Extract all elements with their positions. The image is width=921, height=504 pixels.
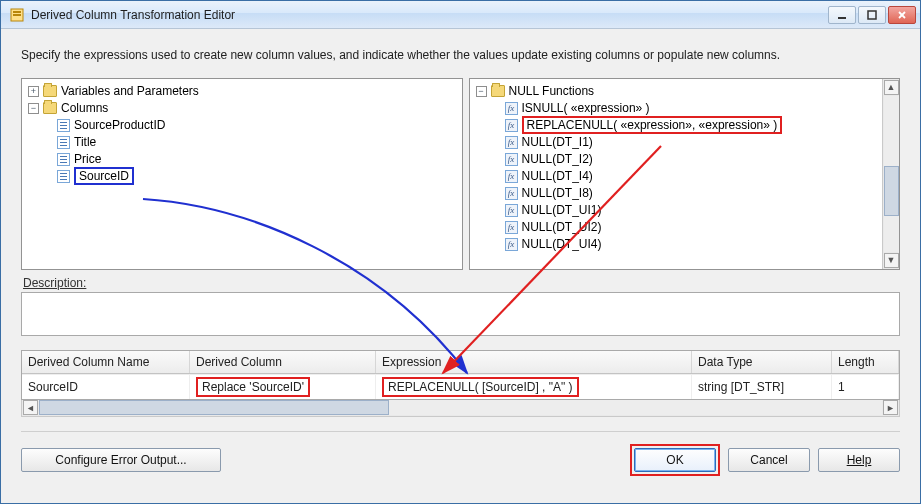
functions-tree-item[interactable]: fxNULL(DT_I2) bbox=[476, 151, 879, 168]
tree-item-label: ISNULL( «expression» ) bbox=[522, 101, 650, 115]
functions-tree-item[interactable]: fxNULL(DT_UI4) bbox=[476, 236, 879, 253]
columns-tree-item[interactable]: Title bbox=[28, 134, 458, 151]
ok-button[interactable]: OK bbox=[634, 448, 716, 472]
grid-hscrollbar[interactable]: ◄ ► bbox=[21, 400, 900, 417]
svg-rect-2 bbox=[13, 14, 21, 16]
minimize-button[interactable] bbox=[828, 6, 856, 24]
grid-header-name[interactable]: Derived Column Name bbox=[22, 351, 190, 373]
configure-error-output-button[interactable]: Configure Error Output... bbox=[21, 448, 221, 472]
expand-toggle-icon[interactable]: − bbox=[476, 86, 487, 97]
tree-item-label: Title bbox=[74, 135, 96, 149]
titlebar: Derived Column Transformation Editor bbox=[1, 1, 920, 29]
functions-tree-item[interactable]: −NULL Functions bbox=[476, 83, 879, 100]
cell-expression-value: REPLACENULL( [SourceID] , "A" ) bbox=[382, 377, 579, 397]
fx-icon: fx bbox=[505, 187, 518, 200]
columns-tree-item[interactable]: −Columns bbox=[28, 100, 458, 117]
help-button[interactable]: Help bbox=[818, 448, 900, 472]
folder-icon bbox=[43, 102, 57, 114]
cell-derived[interactable]: Replace 'SourceID' bbox=[190, 375, 376, 399]
instruction-text: Specify the expressions used to create n… bbox=[21, 47, 900, 64]
expand-toggle-icon[interactable]: + bbox=[28, 86, 39, 97]
functions-tree-panel[interactable]: −NULL FunctionsfxISNULL( «expression» )f… bbox=[469, 78, 901, 270]
svg-rect-1 bbox=[13, 11, 21, 13]
columns-tree-item[interactable]: +Variables and Parameters bbox=[28, 83, 458, 100]
functions-scrollbar[interactable]: ▲ ▼ bbox=[882, 79, 899, 269]
scroll-right-icon[interactable]: ► bbox=[883, 400, 898, 415]
columns-tree-item[interactable]: SourceID bbox=[28, 168, 458, 185]
functions-tree-item[interactable]: fxNULL(DT_UI1) bbox=[476, 202, 879, 219]
variables-columns-tree[interactable]: +Variables and Parameters−ColumnsSourceP… bbox=[21, 78, 463, 270]
tree-item-label: Variables and Parameters bbox=[61, 84, 199, 98]
svg-rect-3 bbox=[838, 17, 846, 19]
grid-header-length[interactable]: Length bbox=[832, 351, 899, 373]
tree-item-label: NULL(DT_I8) bbox=[522, 186, 593, 200]
tree-item-label: NULL(DT_UI4) bbox=[522, 237, 602, 251]
cancel-button[interactable]: Cancel bbox=[728, 448, 810, 472]
derived-column-grid[interactable]: Derived Column Name Derived Column Expre… bbox=[21, 350, 900, 400]
close-button[interactable] bbox=[888, 6, 916, 24]
tree-item-label: REPLACENULL( «expression», «expression» … bbox=[522, 116, 783, 134]
column-icon bbox=[57, 170, 70, 183]
help-button-label: Help bbox=[847, 453, 872, 467]
functions-tree-item[interactable]: fxNULL(DT_I4) bbox=[476, 168, 879, 185]
column-icon bbox=[57, 153, 70, 166]
grid-header-expression[interactable]: Expression bbox=[376, 351, 692, 373]
tree-item-label: NULL(DT_I1) bbox=[522, 135, 593, 149]
cell-derived-value: Replace 'SourceID' bbox=[196, 377, 310, 397]
scroll-thumb[interactable] bbox=[884, 166, 899, 216]
functions-tree-item[interactable]: fxISNULL( «expression» ) bbox=[476, 100, 879, 117]
column-icon bbox=[57, 119, 70, 132]
fx-icon: fx bbox=[505, 204, 518, 217]
tree-item-label: NULL(DT_I4) bbox=[522, 169, 593, 183]
fx-icon: fx bbox=[505, 170, 518, 183]
cell-name[interactable]: SourceID bbox=[22, 375, 190, 399]
fx-icon: fx bbox=[505, 153, 518, 166]
window-title: Derived Column Transformation Editor bbox=[31, 8, 828, 22]
fx-icon: fx bbox=[505, 136, 518, 149]
functions-tree-item[interactable]: fxREPLACENULL( «expression», «expression… bbox=[476, 117, 879, 134]
tree-item-label: NULL(DT_I2) bbox=[522, 152, 593, 166]
description-label: Description: bbox=[21, 276, 900, 290]
app-icon bbox=[9, 7, 25, 23]
maximize-button[interactable] bbox=[858, 6, 886, 24]
grid-row[interactable]: SourceID Replace 'SourceID' REPLACENULL(… bbox=[22, 374, 899, 399]
tree-item-label: NULL(DT_UI1) bbox=[522, 203, 602, 217]
tree-item-label: NULL(DT_UI2) bbox=[522, 220, 602, 234]
tree-item-label: Columns bbox=[61, 101, 108, 115]
cell-length[interactable]: 1 bbox=[832, 375, 899, 399]
scroll-down-icon[interactable]: ▼ bbox=[884, 253, 899, 268]
svg-rect-4 bbox=[868, 11, 876, 19]
grid-header-datatype[interactable]: Data Type bbox=[692, 351, 832, 373]
functions-tree-item[interactable]: fxNULL(DT_I1) bbox=[476, 134, 879, 151]
cell-expression[interactable]: REPLACENULL( [SourceID] , "A" ) bbox=[376, 375, 692, 399]
hscroll-thumb[interactable] bbox=[39, 400, 389, 415]
description-textbox[interactable] bbox=[21, 292, 900, 336]
tree-item-label: SourceID bbox=[74, 167, 134, 185]
scroll-up-icon[interactable]: ▲ bbox=[884, 80, 899, 95]
fx-icon: fx bbox=[505, 221, 518, 234]
folder-icon bbox=[43, 85, 57, 97]
columns-tree-item[interactable]: Price bbox=[28, 151, 458, 168]
fx-icon: fx bbox=[505, 102, 518, 115]
functions-tree-item[interactable]: fxNULL(DT_UI2) bbox=[476, 219, 879, 236]
column-icon bbox=[57, 136, 70, 149]
tree-item-label: SourceProductID bbox=[74, 118, 165, 132]
fx-icon: fx bbox=[505, 119, 518, 132]
expand-toggle-icon[interactable]: − bbox=[28, 103, 39, 114]
tree-item-label: Price bbox=[74, 152, 101, 166]
editor-window: Derived Column Transformation Editor Spe… bbox=[0, 0, 921, 504]
cell-datatype[interactable]: string [DT_STR] bbox=[692, 375, 832, 399]
fx-icon: fx bbox=[505, 238, 518, 251]
functions-tree-item[interactable]: fxNULL(DT_I8) bbox=[476, 185, 879, 202]
folder-icon bbox=[491, 85, 505, 97]
columns-tree-item[interactable]: SourceProductID bbox=[28, 117, 458, 134]
grid-header-derived[interactable]: Derived Column bbox=[190, 351, 376, 373]
scroll-left-icon[interactable]: ◄ bbox=[23, 400, 38, 415]
tree-item-label: NULL Functions bbox=[509, 84, 595, 98]
